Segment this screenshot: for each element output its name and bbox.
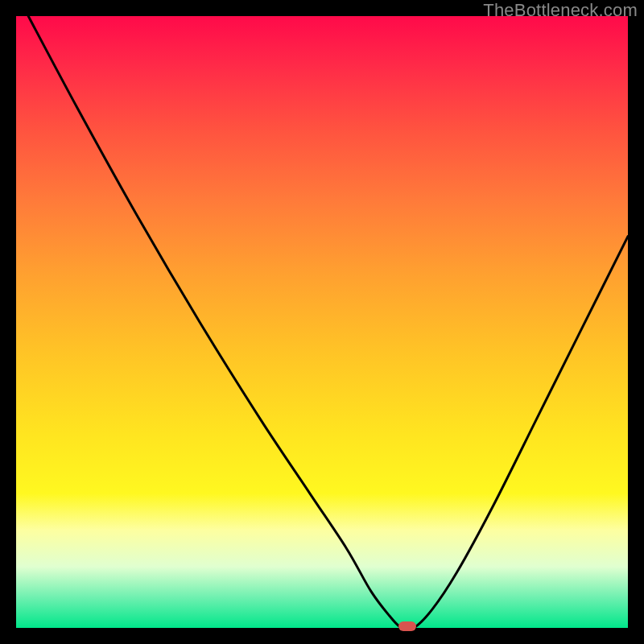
chart-container: TheBottleneck.com <box>0 0 644 644</box>
bottleneck-curve <box>28 16 628 628</box>
plot-area <box>16 16 628 628</box>
optimal-marker <box>398 621 416 631</box>
watermark-text: TheBottleneck.com <box>483 0 638 21</box>
curve-svg <box>16 16 628 628</box>
